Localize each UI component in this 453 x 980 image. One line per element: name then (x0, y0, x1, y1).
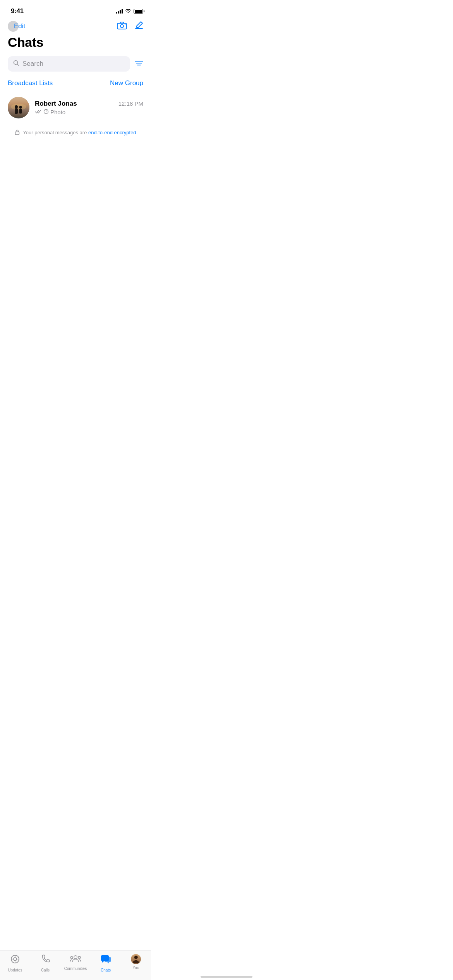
svg-point-12 (19, 106, 22, 108)
svg-point-9 (11, 104, 26, 110)
svg-line-4 (17, 64, 19, 66)
page-title-section: Chats (0, 35, 151, 56)
encryption-link[interactable]: end-to-end encrypted (88, 130, 136, 135)
timer-icon (43, 109, 49, 115)
encryption-text: Your personal messages are end-to-end en… (23, 130, 136, 135)
chat-name: Robert Jonas (35, 100, 77, 108)
chat-list: Robert Jonas 12:18 PM Pho (0, 92, 151, 123)
chat-content: Robert Jonas 12:18 PM Pho (35, 100, 143, 115)
camera-button[interactable] (117, 21, 127, 32)
svg-rect-17 (15, 132, 19, 135)
chat-time: 12:18 PM (118, 100, 143, 107)
edit-label[interactable]: Edit (14, 22, 25, 30)
lock-icon (15, 129, 20, 136)
avatar (8, 97, 29, 118)
signal-icon (116, 9, 123, 14)
edit-button[interactable]: Edit (8, 21, 25, 32)
chat-preview: Photo (35, 109, 143, 115)
search-icon (13, 60, 19, 68)
chat-actions-row: Broadcast Lists New Group (0, 78, 151, 92)
search-container: Search (0, 56, 151, 78)
new-group-button[interactable]: New Group (110, 79, 143, 87)
svg-point-1 (120, 25, 124, 28)
chat-item[interactable]: Robert Jonas 12:18 PM Pho (0, 92, 151, 123)
header: Edit (0, 19, 151, 35)
search-placeholder[interactable]: Search (22, 60, 43, 68)
svg-point-10 (15, 105, 18, 108)
svg-rect-13 (19, 108, 22, 113)
double-check-icon (35, 109, 42, 115)
chat-preview-text: Photo (50, 109, 65, 115)
page-title: Chats (8, 35, 143, 50)
wifi-icon (125, 8, 131, 15)
broadcast-lists-button[interactable]: Broadcast Lists (8, 79, 53, 87)
search-bar[interactable]: Search (8, 56, 130, 72)
status-bar: 9:41 (0, 0, 151, 19)
encryption-notice: Your personal messages are end-to-end en… (0, 123, 151, 142)
svg-rect-11 (15, 108, 18, 114)
filter-button[interactable] (135, 60, 143, 69)
svg-point-2 (125, 24, 125, 25)
header-actions (117, 21, 143, 32)
compose-button[interactable] (135, 21, 143, 32)
status-time: 9:41 (11, 7, 24, 15)
status-icons (116, 8, 143, 15)
battery-icon (134, 9, 143, 14)
